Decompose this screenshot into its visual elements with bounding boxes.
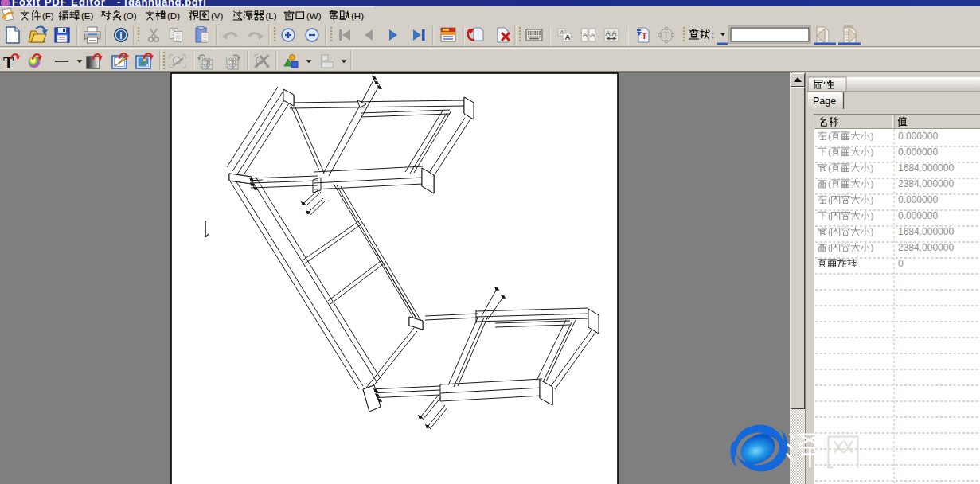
svg-text:(: ( [828, 211, 831, 221]
svg-text:(E): (E) [81, 11, 94, 21]
svg-text:A: A [583, 31, 588, 39]
svg-text:A: A [612, 29, 617, 37]
svg-text::: : [711, 29, 714, 41]
svg-text:(L): (L) [266, 11, 277, 21]
svg-text:2384.000000: 2384.000000 [898, 242, 954, 253]
svg-text:(O): (O) [123, 11, 137, 21]
svg-text:1684.000000: 1684.000000 [898, 226, 954, 237]
svg-text:(: ( [828, 195, 831, 205]
svg-text:1684.000000: 1684.000000 [898, 162, 954, 174]
svg-text:A: A [590, 31, 595, 39]
svg-text:): ) [871, 179, 874, 189]
svg-text:T: T [664, 31, 669, 40]
svg-text:): ) [871, 195, 874, 205]
svg-text:A: A [606, 29, 611, 37]
svg-text:): ) [871, 227, 874, 236]
svg-text:): ) [871, 147, 874, 157]
svg-text:(: ( [828, 227, 831, 236]
svg-text:(V): (V) [211, 11, 224, 21]
svg-text:T: T [642, 31, 647, 41]
svg-text:): ) [871, 163, 874, 173]
svg-text:0.000000: 0.000000 [898, 210, 938, 221]
svg-text:Foxit PDF Editor: Foxit PDF Editor [12, 0, 106, 6]
svg-text:(F): (F) [42, 11, 54, 21]
svg-text:- [danhuang.pdf]: - [danhuang.pdf] [117, 0, 206, 6]
svg-text:(D): (D) [167, 11, 180, 21]
svg-text:2384.000000: 2384.000000 [898, 178, 954, 189]
svg-text:): ) [871, 131, 874, 141]
svg-text:A: A [565, 33, 571, 41]
svg-text:(: ( [828, 179, 831, 189]
svg-text:i: i [119, 30, 122, 41]
svg-text:(: ( [828, 147, 831, 157]
svg-text:(: ( [828, 131, 831, 141]
svg-text:0: 0 [898, 258, 904, 269]
svg-text:(: ( [828, 163, 831, 173]
svg-text:): ) [871, 243, 874, 252]
svg-text:0.000000: 0.000000 [898, 194, 938, 205]
svg-text:(: ( [828, 243, 831, 252]
svg-text:Page: Page [813, 96, 836, 107]
svg-text:(W): (W) [306, 11, 322, 21]
svg-text:(H): (H) [351, 11, 364, 21]
svg-text:0.000000: 0.000000 [898, 131, 938, 142]
svg-text:0.000000: 0.000000 [898, 146, 938, 158]
svg-text:): ) [871, 211, 874, 221]
